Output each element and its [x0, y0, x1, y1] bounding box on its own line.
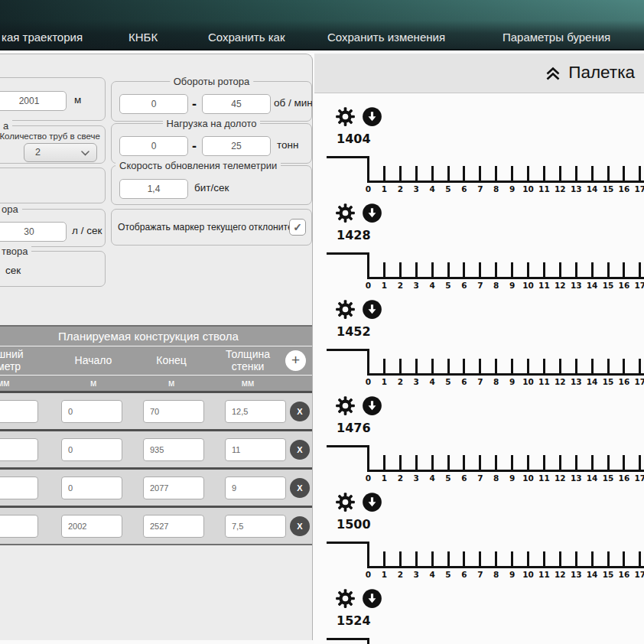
ruler-tick — [479, 166, 481, 181]
bit-load-to-input[interactable] — [202, 136, 271, 156]
ruler-tick — [431, 455, 434, 470]
delete-row-button[interactable]: X — [290, 402, 310, 421]
ruler-tick — [399, 262, 402, 277]
palette-section: 1476 01234567891011121314151617 — [314, 395, 644, 491]
ruler-tick — [447, 262, 450, 277]
ruler-tick — [479, 359, 481, 373]
ruler-tick — [415, 551, 418, 566]
gear-icon[interactable] — [335, 588, 356, 609]
bit-load-unit-label: тонн — [277, 139, 298, 151]
pipes-fieldset: а Количество труб в свече 2 — [0, 125, 106, 164]
section-ruler: 01234567891011121314151617 — [314, 249, 644, 298]
wall-thickness-input[interactable] — [225, 400, 286, 423]
unit-m: м — [57, 378, 130, 389]
outer-diameter-input[interactable] — [0, 400, 38, 423]
ruler-tick — [543, 455, 545, 470]
add-row-button[interactable]: + — [285, 350, 306, 371]
end-input[interactable] — [143, 476, 204, 499]
end-input[interactable] — [143, 515, 204, 538]
palette-header: Палетка — [314, 54, 644, 93]
marker-label: Отображать маркер текущего отклонителя — [118, 222, 303, 233]
start-input[interactable] — [61, 476, 122, 499]
telemetry-rate-input[interactable] — [119, 179, 188, 199]
gear-icon[interactable] — [335, 492, 356, 512]
telemetry-unit-label: бит/сек — [194, 182, 229, 194]
wall-thickness-input[interactable] — [225, 438, 286, 461]
download-arrow-icon[interactable] — [362, 492, 382, 512]
ruler-tick — [639, 455, 641, 470]
rotor-rpm-to-input[interactable] — [202, 94, 271, 114]
outer-diameter-input[interactable] — [0, 438, 38, 461]
section-depth-label: 1500 — [337, 517, 371, 532]
start-input[interactable] — [61, 400, 122, 423]
download-arrow-icon[interactable] — [362, 588, 382, 609]
ruler-tick — [639, 262, 641, 277]
gear-icon[interactable] — [335, 299, 356, 320]
download-arrow-icon[interactable] — [362, 106, 382, 127]
ruler-step-line — [327, 252, 369, 255]
wall-thickness-input[interactable] — [225, 515, 286, 538]
collapse-up-icon[interactable] — [544, 64, 562, 83]
gear-icon[interactable] — [335, 106, 356, 127]
end-input[interactable] — [143, 438, 204, 461]
ruler-tick — [495, 455, 497, 470]
ruler-step-drop — [367, 349, 369, 376]
ruler-tick — [543, 551, 545, 566]
ruler-tick — [607, 551, 610, 566]
delete-row-button[interactable]: X — [290, 516, 310, 536]
palette-section: 1500 01234567891011121314151617 — [314, 491, 644, 587]
ruler-tick-label: 17 — [631, 570, 644, 579]
ruler-tick — [495, 551, 497, 566]
ruler-tick — [463, 455, 465, 470]
check-icon: ✓ — [293, 221, 302, 233]
range-dash: - — [192, 94, 197, 114]
download-arrow-icon[interactable] — [362, 395, 382, 416]
table-title: Планируемая конструкция ствола — [0, 327, 313, 346]
download-arrow-icon[interactable] — [362, 203, 382, 223]
start-input[interactable] — [61, 515, 122, 538]
bit-load-from-input[interactable] — [119, 136, 188, 156]
start-input[interactable] — [61, 438, 122, 461]
ruler-tick — [559, 359, 561, 373]
menu-item-save-changes[interactable]: Сохранить изменения — [327, 31, 445, 44]
section-ruler: 01234567891011121314151617 — [314, 635, 644, 644]
menu-item-knbk[interactable]: КНБК — [128, 31, 158, 44]
end-input[interactable] — [143, 400, 204, 423]
ruler-step-drop — [367, 638, 369, 644]
pipes-count-select[interactable]: 2 — [24, 143, 97, 162]
marker-checkbox[interactable]: ✓ — [289, 219, 306, 236]
ruler-tick — [415, 359, 418, 373]
column-header-start: Начало — [57, 354, 130, 366]
download-arrow-icon[interactable] — [362, 299, 382, 320]
outer-diameter-input[interactable] — [0, 515, 38, 538]
outer-diameter-input[interactable] — [0, 476, 38, 499]
ruler-tick — [623, 551, 625, 566]
ruler-tick — [623, 455, 625, 470]
ruler-tick — [463, 262, 465, 277]
ruler-baseline — [367, 566, 644, 568]
flow-input[interactable] — [0, 222, 67, 242]
depth-input[interactable] — [0, 91, 67, 111]
palette-section: 1404 01234567891011121314151617 — [314, 106, 644, 202]
ruler-baseline — [367, 277, 644, 279]
ruler-tick — [399, 551, 402, 566]
rotor-rpm-from-input[interactable] — [119, 94, 188, 114]
menu-item-save-as[interactable]: Сохранить как — [208, 31, 285, 44]
gear-icon[interactable] — [335, 395, 356, 416]
table-row: X — [0, 429, 313, 467]
ruler-tick — [495, 262, 497, 277]
range-dash: - — [192, 136, 197, 156]
ruler-tick — [527, 359, 529, 373]
menu-item-drilling-params[interactable]: Параметры бурения — [503, 31, 610, 44]
delete-row-button[interactable]: X — [290, 478, 310, 498]
ruler-tick — [415, 262, 418, 277]
ruler-tick — [447, 359, 450, 373]
gear-icon[interactable] — [335, 203, 356, 223]
ruler-tick — [575, 455, 577, 470]
menu-item-trajectory[interactable]: кая траектория — [2, 31, 83, 44]
palette-section: 1524 01234567891011121314151617 — [314, 587, 644, 644]
delete-row-button[interactable]: X — [290, 440, 310, 460]
flow-unit-label: л / сек — [72, 225, 102, 236]
ruler-tick — [463, 359, 465, 373]
wall-thickness-input[interactable] — [225, 476, 286, 499]
